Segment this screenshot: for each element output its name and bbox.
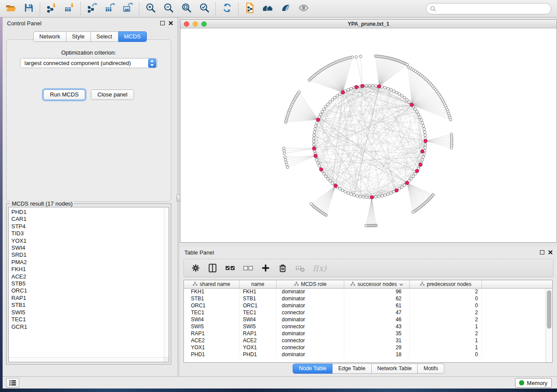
cell-name: YOX1 xyxy=(239,344,277,351)
mcds-result-item[interactable]: STB5 xyxy=(11,280,169,287)
close-window-button[interactable] xyxy=(184,21,189,27)
show-columns-button[interactable] xyxy=(208,263,218,273)
close-panel-button[interactable]: Close panel xyxy=(91,89,134,100)
mcds-result-item[interactable]: PHD1 xyxy=(11,209,169,216)
search-input[interactable] xyxy=(436,4,551,13)
column-header-mcds-role[interactable]: MCDS role xyxy=(277,280,344,288)
result-list-hscrollbar[interactable] xyxy=(9,357,164,362)
table-row[interactable]: ORC1ORC1dominator610 xyxy=(184,303,552,309)
tab-style[interactable]: Style xyxy=(66,31,91,42)
result-list-vscrollbar[interactable] xyxy=(164,207,169,357)
document-network-icon xyxy=(244,2,256,15)
toolbar-separator xyxy=(80,2,81,15)
zoom-in-button[interactable] xyxy=(142,1,159,17)
table-row[interactable]: YOX1YOX1connector291 xyxy=(184,344,552,351)
float-window-icon[interactable] xyxy=(540,250,544,254)
mcds-result-item[interactable]: FKH1 xyxy=(11,266,169,273)
run-mcds-button[interactable]: Run MCDS xyxy=(43,89,85,100)
cell-mcds-role: dominator xyxy=(277,351,344,358)
table-row[interactable]: SWI5SWI5connector431 xyxy=(184,323,552,330)
table-row[interactable]: FKH1FKH1dominator962 xyxy=(184,289,552,296)
import-network-button[interactable] xyxy=(42,1,60,17)
mcds-result-item[interactable]: SRD1 xyxy=(11,251,169,258)
add-column-button[interactable] xyxy=(261,263,270,273)
show-graphics-details-button[interactable] xyxy=(294,1,312,17)
scrollbar-thumb[interactable] xyxy=(547,290,551,329)
table-settings-button[interactable] xyxy=(191,263,201,273)
network-window-titlebar[interactable]: YPA_prune.txt_1 xyxy=(180,20,557,28)
cell-mcds-role: connector xyxy=(277,309,344,316)
table-vscrollbar[interactable] xyxy=(546,289,552,362)
tab-edge-table[interactable]: Edge Table xyxy=(332,364,371,374)
tab-mcds[interactable]: MCDS xyxy=(118,31,147,42)
select-all-button[interactable] xyxy=(225,263,235,273)
table-row[interactable]: SWI4SWI4dominator462 xyxy=(184,316,552,323)
table-row[interactable]: PHD1PHD1dominator180 xyxy=(184,351,552,358)
hide-details-icon xyxy=(280,2,291,15)
shared-column-icon xyxy=(350,281,355,287)
mcds-result-item[interactable]: CAR1 xyxy=(11,216,169,223)
task-history-button[interactable] xyxy=(6,378,19,388)
mcds-result-item[interactable]: SWI4 xyxy=(11,244,169,251)
close-panel-icon[interactable] xyxy=(548,250,553,254)
mcds-result-item[interactable]: ORC1 xyxy=(11,287,169,294)
cell-successor-nodes: 35 xyxy=(344,330,410,337)
mcds-result-item[interactable]: YOX1 xyxy=(11,237,169,244)
cell-successor-nodes: 62 xyxy=(344,296,410,303)
mcds-result-item[interactable]: RAP1 xyxy=(11,295,169,302)
tab-motifs[interactable]: Motifs xyxy=(418,364,444,374)
criterion-dropdown[interactable]: largest connected component (undirected) xyxy=(20,58,157,68)
mcds-result-item[interactable]: STB1 xyxy=(11,302,169,309)
mcds-result-item[interactable]: TID3 xyxy=(11,230,169,237)
table-row[interactable]: TEC1TEC1connector472 xyxy=(184,309,552,316)
float-window-icon[interactable] xyxy=(160,21,165,25)
network-view-window: YPA_prune.txt_1 xyxy=(180,19,557,243)
zoom-out-button[interactable] xyxy=(159,1,177,17)
table-row[interactable]: ACE2ACE2connector311 xyxy=(184,337,552,344)
mcds-result-item[interactable]: STP4 xyxy=(11,223,169,230)
network-from-selection-button[interactable] xyxy=(241,1,259,17)
tab-network[interactable]: Network xyxy=(33,31,66,42)
first-neighbors-button[interactable] xyxy=(259,1,277,17)
column-header-successor-nodes[interactable]: successor nodes xyxy=(344,280,410,288)
mcds-result-item[interactable]: SWI5 xyxy=(11,309,169,316)
horizontal-splitter[interactable] xyxy=(180,243,557,247)
mcds-result-item[interactable]: ACE2 xyxy=(11,273,169,280)
export-network-button[interactable] xyxy=(83,1,101,17)
global-search xyxy=(426,3,551,14)
zoom-selected-button[interactable] xyxy=(195,1,213,17)
toolbar-separator xyxy=(215,2,216,15)
mcds-result-item[interactable]: PMA2 xyxy=(11,259,169,266)
network-canvas[interactable] xyxy=(180,28,557,242)
table-row[interactable]: RAP1RAP1dominator352 xyxy=(184,330,552,337)
column-header-name[interactable]: name xyxy=(239,280,277,288)
deselect-all-button[interactable] xyxy=(243,263,253,273)
table-row[interactable]: STB1STB1dominator620 xyxy=(184,296,552,303)
maximize-window-button[interactable] xyxy=(201,21,207,27)
tab-node-table[interactable]: Node Table xyxy=(293,364,332,374)
column-header-predecessor-nodes[interactable]: predecessor nodes xyxy=(410,280,482,288)
save-session-button[interactable] xyxy=(20,1,38,17)
close-panel-icon[interactable] xyxy=(169,21,173,25)
delete-column-button[interactable] xyxy=(278,263,287,273)
cell-successor-nodes: 47 xyxy=(344,309,410,316)
cell-name: FKH1 xyxy=(239,289,277,296)
tab-select[interactable]: Select xyxy=(91,31,118,42)
shared-column-icon xyxy=(193,281,197,287)
network-graph[interactable] xyxy=(180,28,557,242)
memory-button[interactable]: Memory xyxy=(515,378,552,388)
refresh-view-button[interactable] xyxy=(218,1,236,17)
cell-shared-name: ORC1 xyxy=(184,303,239,309)
column-header-shared-name[interactable]: shared name xyxy=(184,280,239,288)
export-image-button[interactable] xyxy=(119,1,137,17)
zoom-out-icon xyxy=(163,2,174,15)
tab-network-table[interactable]: Network Table xyxy=(372,364,418,374)
hide-graphics-details-button[interactable] xyxy=(277,1,294,17)
open-file-button[interactable] xyxy=(2,1,20,17)
export-table-button[interactable] xyxy=(101,1,119,17)
mcds-result-item[interactable]: GCR1 xyxy=(11,323,169,330)
minimize-window-button[interactable] xyxy=(193,21,198,27)
mcds-result-item[interactable]: TEC1 xyxy=(11,316,169,323)
import-table-button[interactable] xyxy=(60,1,78,17)
zoom-fit-button[interactable] xyxy=(177,1,195,17)
